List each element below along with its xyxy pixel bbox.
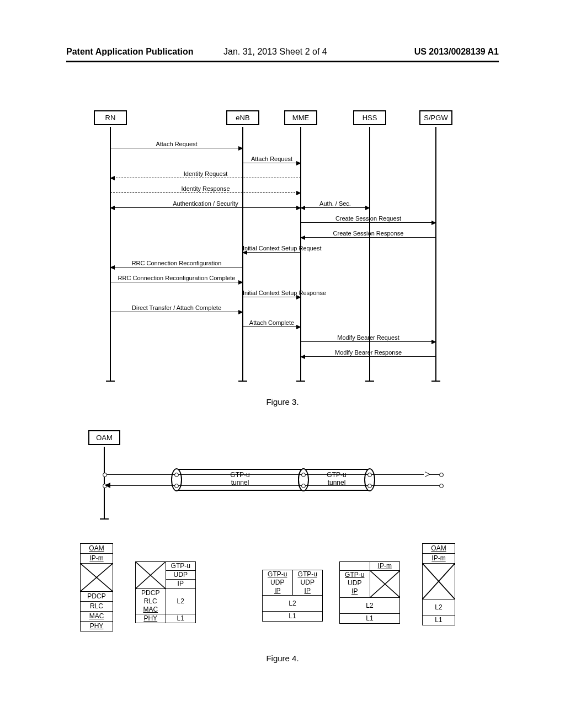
header-publication: Patent Application Publication [66,47,194,57]
seq-msg-label: Initial Context Setup Request [243,245,301,251]
figure3-sequence-diagram: RN eNB MME HSS S/PGW Attach RequestAttac… [94,110,472,386]
seq-msg-label: Authentication / Security [110,200,301,207]
seq-msg: RRC Connection Reconfiguration Complete [110,275,243,282]
seq-msg-label: RRC Connection Reconfiguration Complete [110,275,243,281]
figure4-protocol-stacks: OAM IP-m PDCP RLC MAC PHY GTP-u UDP IP P… [80,543,488,648]
figure4-caption: Figure 4. [0,654,565,663]
figure3-caption: Figure 3. [0,397,565,406]
seq-msg: Attach Complete [243,319,301,327]
seq-msg: RRC Connection Reconfiguration [110,260,243,267]
seq-msg: Attach Request [110,141,243,148]
seq-msg-label: Auth. / Sec. [301,200,370,207]
seq-node-hss: HSS [353,110,386,125]
seq-node-mme: MME [284,110,317,125]
seq-node-rn: RN [94,110,127,125]
seq-msg: Auth. / Sec. [301,200,370,208]
seq-msg: Modify Bearer Request [301,334,436,342]
seq-msg-label: RRC Connection Reconfiguration [110,260,243,266]
seq-msg-label: Direct Transfer / Attach Complete [110,304,243,311]
header-pub-number: US 2013/0028139 A1 [414,47,499,57]
seq-msg: Identity Response [110,185,301,193]
header-rule [66,61,499,62]
stack-pgw: GTP-u UDP IP IP-m L2 L1 [339,561,400,624]
figure4-tunnel-diagram: RN eNB SGW PGW OAM GTP-u tunnel GTP-u tu… [88,430,480,524]
seq-node-enb: eNB [226,110,259,125]
stack-enb: GTP-u UDP IP PDCP RLC MAC L2 PHY L1 [135,561,196,623]
seq-node-spgw: S/PGW [419,110,452,125]
seq-msg: Create Session Request [301,215,436,223]
seq-msg: Attach Request [243,156,301,163]
seq-msg: Authentication / Security [110,200,301,208]
header-date-sheet: Jan. 31, 2013 Sheet 2 of 4 [223,47,327,57]
stack-rn: OAM IP-m PDCP RLC MAC PHY [80,543,113,631]
seq-msg-label: Attach Request [243,156,301,162]
seq-msg-label: Initial Context Setup Response [243,290,301,296]
seq-msg-label: Create Session Response [301,230,436,237]
gtpu-tunnel-2: GTP-u tunnel [298,469,375,491]
seq-msg: Initial Context Setup Request [243,245,301,253]
seq-msg-label: Modify Bearer Response [301,349,436,356]
seq-msg-label: Modify Bearer Request [301,334,436,341]
seq-msg-label: Create Session Request [301,215,436,222]
seq-msg: Identity Request [110,170,301,178]
stack-sgw: GTP-u UDP IP GTP-u UDP IP L2 L1 [262,570,323,622]
seq-msg-label: Identity Request [110,170,301,177]
seq-msg: Create Session Response [301,230,436,238]
tun-node-oam: OAM [88,430,120,445]
seq-msg-label: Attach Request [110,141,243,147]
seq-msg-label: Identity Response [110,185,301,192]
seq-msg: Direct Transfer / Attach Complete [110,304,243,312]
stack-oam: OAM IP-m L2 L1 [422,543,455,625]
seq-msg-label: Attach Complete [243,319,301,326]
gtpu-tunnel-1: GTP-u tunnel [171,469,309,491]
seq-msg: Initial Context Setup Response [243,290,301,297]
seq-msg: Modify Bearer Response [301,349,436,357]
